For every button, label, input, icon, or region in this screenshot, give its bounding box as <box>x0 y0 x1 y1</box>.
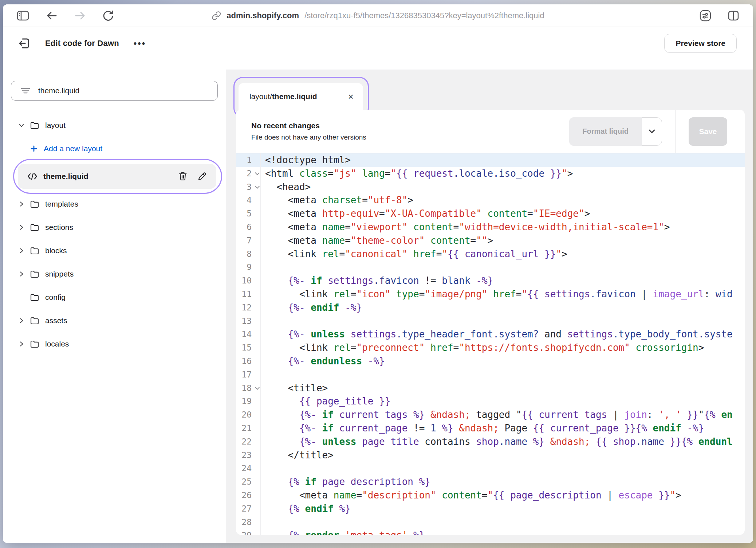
browser-toolbar: admin.shopify.com/store/rzq1xu-f5/themes… <box>3 4 753 27</box>
line-number: 9 <box>236 261 260 274</box>
code-line-1[interactable]: 1<!doctype html> <box>236 153 745 167</box>
version-status-subtitle: File does not have any other versions <box>251 133 366 141</box>
code-line-10[interactable]: 10 {%- if settings.favicon != blank -%} <box>236 274 745 287</box>
code-line-content: </title> <box>260 449 745 462</box>
back-icon[interactable] <box>46 11 58 20</box>
code-line-18[interactable]: 18 <title> <box>236 381 745 395</box>
line-number: 4 <box>236 193 260 207</box>
panel-toggle-icon[interactable] <box>17 11 29 21</box>
chevron-right-icon[interactable] <box>17 271 25 277</box>
code-line-content <box>260 314 745 328</box>
chevron-right-icon[interactable] <box>17 224 25 231</box>
code-line-3[interactable]: 3 <head> <box>236 180 745 194</box>
rename-file-icon[interactable] <box>197 172 207 181</box>
code-line-12[interactable]: 12 {%- endif -%} <box>236 301 745 314</box>
format-liquid-caret-button[interactable] <box>642 117 662 146</box>
sidebar-item-snippets[interactable]: snippets <box>3 262 226 286</box>
code-line-8[interactable]: 8 <link rel="canonical" href="{{ canonic… <box>236 247 745 261</box>
code-file-icon <box>27 172 38 180</box>
line-number: 14 <box>236 328 260 341</box>
tab-layout-theme-liquid[interactable]: layout/theme.liquid × <box>239 83 363 110</box>
code-line-11[interactable]: 11 <link rel="icon" type="image/png" hre… <box>236 287 745 301</box>
code-line-content: <link rel="preconnect" href="https://fon… <box>260 341 745 355</box>
fold-chevron-icon[interactable] <box>255 171 260 175</box>
tab-path-prefix: layout/ <box>249 92 272 101</box>
code-line-2[interactable]: 2<html class="js" lang="{{ request.local… <box>236 167 745 180</box>
line-number: 24 <box>236 462 260 475</box>
sidebar-item-assets[interactable]: assets <box>3 309 226 332</box>
folder-label: blocks <box>45 246 67 255</box>
folder-icon <box>30 340 39 348</box>
format-liquid-button[interactable]: Format liquid <box>569 117 642 146</box>
address-bar[interactable]: admin.shopify.com/store/rzq1xu-f5/themes… <box>212 4 544 27</box>
code-line-content: {%- unless page_title contains shop.name… <box>260 435 745 449</box>
code-line-content: {%- if current_tags %} &ndash; tagged "{… <box>260 408 745 422</box>
code-line-6[interactable]: 6 <meta name="viewport" content="width=d… <box>236 220 745 234</box>
tune-icon[interactable] <box>699 9 712 22</box>
line-number: 20 <box>236 408 260 422</box>
code-line-14[interactable]: 14 {%- unless settings.type_header_font.… <box>236 328 745 341</box>
code-line-15[interactable]: 15 <link rel="preconnect" href="https://… <box>236 341 745 355</box>
code-line-26[interactable]: 26 <meta name="description" content="{{ … <box>236 489 745 502</box>
line-number: 15 <box>236 341 260 355</box>
save-button[interactable]: Save <box>689 117 727 146</box>
chevron-right-icon[interactable] <box>17 341 25 347</box>
code-line-27[interactable]: 27 {% endif %} <box>236 502 745 516</box>
code-line-16[interactable]: 16 {%- endunless -%} <box>236 355 745 368</box>
exit-editor-icon[interactable] <box>17 37 31 50</box>
sidebar-item-config[interactable]: config <box>3 286 226 309</box>
code-line-28[interactable]: 28 <box>236 516 745 529</box>
split-view-icon[interactable] <box>728 10 739 21</box>
tab-close-icon[interactable]: × <box>348 92 354 101</box>
gutter-divider <box>260 153 261 535</box>
code-line-content: {%- unless settings.type_header_font.sys… <box>260 328 745 341</box>
sidebar-item-layout[interactable]: layout <box>3 114 226 137</box>
chevron-down-icon[interactable] <box>17 122 25 128</box>
code-line-29[interactable]: 29 {% render 'meta-tags' %} <box>236 529 745 535</box>
sidebar-item-sections[interactable]: sections <box>3 216 226 239</box>
code-line-content: {%- if current_page != 1 %} &ndash; Page… <box>260 422 745 435</box>
tab-file-name: theme.liquid <box>272 92 317 101</box>
sidebar-item-templates[interactable]: templates <box>3 192 226 216</box>
fold-chevron-icon[interactable] <box>255 184 260 189</box>
code-line-4[interactable]: 4 <meta charset="utf-8"> <box>236 193 745 207</box>
chevron-right-icon[interactable] <box>17 317 25 324</box>
code-line-13[interactable]: 13 <box>236 314 745 328</box>
code-editor[interactable]: 1<!doctype html>2<html class="js" lang="… <box>236 153 745 535</box>
more-options-icon[interactable]: ••• <box>134 38 146 48</box>
chevron-right-icon[interactable] <box>17 201 25 207</box>
code-line-7[interactable]: 7 <meta name="theme-color" content=""> <box>236 234 745 247</box>
fold-chevron-icon[interactable] <box>255 385 260 390</box>
version-status-title: No recent changes <box>251 121 366 130</box>
line-number: 12 <box>236 301 260 314</box>
sidebar-item-theme-liquid[interactable]: theme.liquid <box>18 164 216 189</box>
line-number: 11 <box>236 287 260 301</box>
delete-file-icon[interactable] <box>178 172 187 181</box>
sidebar-item-locales[interactable]: locales <box>3 332 226 356</box>
code-line-25[interactable]: 25 {% if page_description %} <box>236 475 745 489</box>
code-line-19[interactable]: 19 {{ page_title }} <box>236 395 745 408</box>
sidebar-action-add-a-new-layout[interactable]: Add a new layout <box>3 137 226 160</box>
line-number: 19 <box>236 395 260 408</box>
file-search-input[interactable]: theme.liquid <box>11 81 218 101</box>
editor-toolbar: No recent changes File does not have any… <box>236 110 745 153</box>
sidebar-item-blocks[interactable]: blocks <box>3 239 226 262</box>
code-line-22[interactable]: 22 {%- unless page_title contains shop.n… <box>236 435 745 449</box>
reload-icon[interactable] <box>103 10 114 21</box>
code-line-content: <link rel="canonical" href="{{ canonical… <box>260 247 745 261</box>
code-line-24[interactable]: 24 <box>236 462 745 475</box>
forward-icon[interactable] <box>74 11 86 20</box>
code-line-17[interactable]: 17 <box>236 368 745 381</box>
code-line-23[interactable]: 23 </title> <box>236 449 745 462</box>
folder-icon <box>30 316 39 325</box>
line-number: 1 <box>236 153 260 167</box>
chevron-right-icon[interactable] <box>17 247 25 254</box>
code-line-21[interactable]: 21 {%- if current_page != 1 %} &ndash; P… <box>236 422 745 435</box>
code-line-20[interactable]: 20 {%- if current_tags %} &ndash; tagged… <box>236 408 745 422</box>
line-number: 7 <box>236 234 260 247</box>
preview-store-button[interactable]: Preview store <box>664 34 737 53</box>
code-line-9[interactable]: 9 <box>236 261 745 274</box>
code-line-content: <head> <box>260 180 745 194</box>
code-line-5[interactable]: 5 <meta http-equiv="X-UA-Compatible" con… <box>236 207 745 220</box>
code-line-content: {{ page_title }} <box>260 395 745 408</box>
